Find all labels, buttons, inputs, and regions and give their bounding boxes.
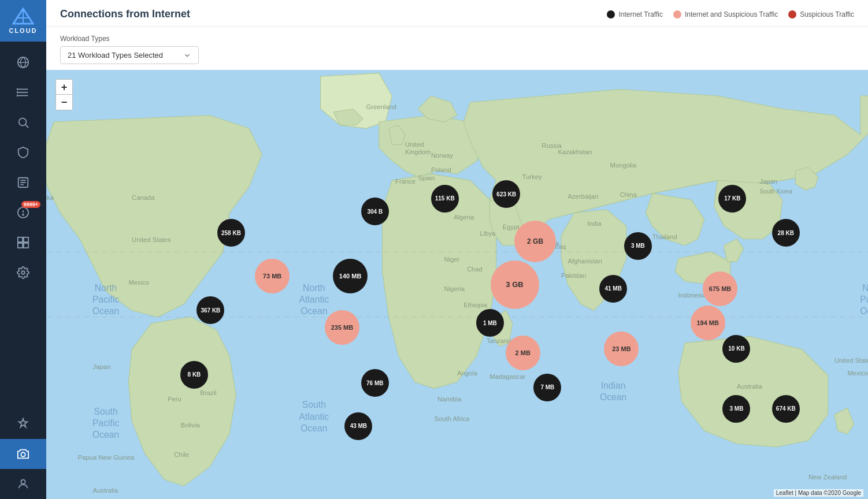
- svg-text:Alaska: Alaska: [46, 194, 54, 201]
- zoom-out-button[interactable]: −: [56, 95, 72, 110]
- svg-text:Namibia: Namibia: [437, 396, 462, 403]
- svg-text:Azerbaijan: Azerbaijan: [567, 193, 598, 200]
- svg-rect-22: [18, 243, 23, 248]
- legend: Internet Traffic Internet and Suspicious…: [607, 10, 854, 18]
- bubble-b26[interactable]: 674 KB: [772, 395, 800, 423]
- bubble-b13[interactable]: 41 MB: [599, 275, 627, 303]
- svg-text:United: United: [405, 141, 424, 148]
- legend-item-suspicious: Suspicious Traffic: [788, 10, 854, 18]
- bubble-b20[interactable]: 43 MB: [344, 412, 372, 440]
- svg-text:Norway: Norway: [431, 152, 454, 159]
- bubble-b8[interactable]: 140 MB: [333, 259, 368, 293]
- bubble-b14[interactable]: 367 KB: [196, 296, 224, 324]
- svg-text:Thailand: Thailand: [652, 233, 677, 240]
- zoom-controls: + −: [55, 79, 73, 110]
- svg-text:Spain: Spain: [418, 174, 435, 181]
- svg-point-11: [19, 118, 27, 126]
- bubble-b16[interactable]: 1 MB: [476, 309, 504, 337]
- map-attribution: Leaflet | Map data ©2020 Google: [774, 489, 863, 497]
- sidebar-item-list[interactable]: [0, 77, 46, 107]
- bubble-b25[interactable]: 3 MB: [722, 395, 750, 423]
- sidebar-item-settings[interactable]: [0, 258, 46, 288]
- sidebar-item-user[interactable]: [0, 469, 46, 499]
- bubble-b6[interactable]: 28 KB: [772, 219, 800, 247]
- sidebar-item-network[interactable]: [0, 47, 46, 77]
- map-container[interactable]: North Atlantic Ocean North Pacific Ocean…: [46, 70, 868, 499]
- svg-text:Japan: Japan: [759, 178, 777, 185]
- bubble-b9[interactable]: 2 GB: [514, 221, 556, 262]
- main-content: Connections from Internet Internet Traff…: [46, 0, 868, 499]
- svg-rect-20: [18, 237, 23, 242]
- bubble-b22[interactable]: 23 MB: [604, 332, 639, 366]
- svg-text:Iraq: Iraq: [555, 243, 566, 250]
- svg-text:Mongolia: Mongolia: [610, 162, 637, 169]
- svg-point-24: [21, 271, 25, 274]
- bubble-b18[interactable]: 8 KB: [180, 361, 208, 389]
- svg-text:Madagascar: Madagascar: [489, 373, 525, 380]
- world-map: North Atlantic Ocean North Pacific Ocean…: [46, 70, 868, 499]
- sidebar-item-alert[interactable]: 9999+: [0, 198, 46, 228]
- bubble-b1[interactable]: 258 KB: [217, 219, 245, 247]
- bubble-b17[interactable]: 194 MB: [691, 306, 725, 340]
- sidebar-item-shield[interactable]: [0, 137, 46, 167]
- svg-text:France: France: [395, 178, 416, 185]
- filter-label: Workload Types: [60, 35, 854, 43]
- workload-type-select[interactable]: 21 Workload Types Selected: [60, 46, 199, 64]
- cloud-logo-icon: [12, 8, 34, 26]
- svg-text:Australia: Australia: [737, 383, 763, 390]
- svg-text:Chad: Chad: [467, 266, 483, 273]
- legend-dot-internet-suspicious: [673, 10, 681, 18]
- svg-text:Ocean: Ocean: [600, 392, 626, 402]
- svg-text:Kingdom: Kingdom: [405, 148, 431, 155]
- sidebar-nav: 9999+: [0, 42, 46, 409]
- shield-icon: [17, 146, 29, 159]
- svg-text:Kazakhstan: Kazakhstan: [558, 148, 592, 155]
- svg-point-19: [23, 214, 24, 215]
- svg-text:Poland: Poland: [431, 166, 451, 173]
- svg-point-9: [17, 92, 18, 93]
- bubble-b21[interactable]: 2 MB: [506, 336, 540, 370]
- svg-text:Brazil: Brazil: [200, 389, 216, 396]
- bubble-b5[interactable]: 17 KB: [718, 185, 746, 213]
- svg-text:Nigeria: Nigeria: [444, 285, 465, 292]
- header: Connections from Internet Internet Traff…: [46, 0, 868, 27]
- sidebar-item-search[interactable]: [0, 107, 46, 137]
- sidebar-logo-text: CLOUD: [9, 27, 37, 34]
- settings-icon: [17, 266, 29, 279]
- zoom-in-button[interactable]: +: [56, 80, 72, 95]
- svg-text:Bolivia: Bolivia: [181, 422, 201, 429]
- bubble-b10[interactable]: 3 GB: [491, 260, 539, 309]
- svg-text:Atlantic: Atlantic: [299, 412, 329, 422]
- sidebar-item-camera[interactable]: [0, 439, 46, 469]
- dashboard-icon: [17, 236, 29, 249]
- svg-text:South: South: [94, 407, 118, 416]
- svg-text:Mexico: Mexico: [128, 279, 149, 286]
- svg-point-26: [21, 480, 25, 484]
- bubble-b19[interactable]: 76 MB: [361, 369, 389, 397]
- bubble-b15[interactable]: 235 MB: [325, 310, 359, 345]
- sidebar-item-dashboard[interactable]: [0, 228, 46, 258]
- svg-text:Papua New Guinea: Papua New Guinea: [78, 454, 135, 461]
- svg-text:Atlantic: Atlantic: [299, 295, 329, 304]
- svg-text:China: China: [620, 191, 637, 198]
- legend-label-internet-suspicious: Internet and Suspicious Traffic: [685, 10, 778, 18]
- bubble-b2[interactable]: 304 B: [361, 198, 389, 225]
- bubble-b12[interactable]: 675 MB: [703, 271, 737, 306]
- svg-text:Angola: Angola: [457, 370, 478, 377]
- bubble-b7[interactable]: 73 MB: [255, 259, 290, 293]
- bubble-b23[interactable]: 10 KB: [722, 335, 750, 363]
- search-icon: [17, 116, 29, 129]
- sidebar-item-pin[interactable]: [0, 409, 46, 439]
- svg-text:Canada: Canada: [132, 194, 155, 201]
- bubble-b4[interactable]: 623 KB: [492, 180, 520, 208]
- svg-text:New Zealand: New Zealand: [808, 474, 847, 481]
- svg-text:Ethiopia: Ethiopia: [463, 301, 487, 308]
- bubble-b11[interactable]: 3 MB: [624, 232, 652, 260]
- bubble-b3[interactable]: 115 KB: [431, 185, 459, 213]
- bubble-b24[interactable]: 7 MB: [533, 374, 561, 401]
- chevron-down-icon: [183, 51, 191, 59]
- svg-text:Ocean: Ocean: [860, 306, 868, 316]
- sidebar-item-report[interactable]: [0, 167, 46, 198]
- svg-text:Russia: Russia: [541, 142, 562, 149]
- svg-text:South Africa: South Africa: [435, 415, 470, 422]
